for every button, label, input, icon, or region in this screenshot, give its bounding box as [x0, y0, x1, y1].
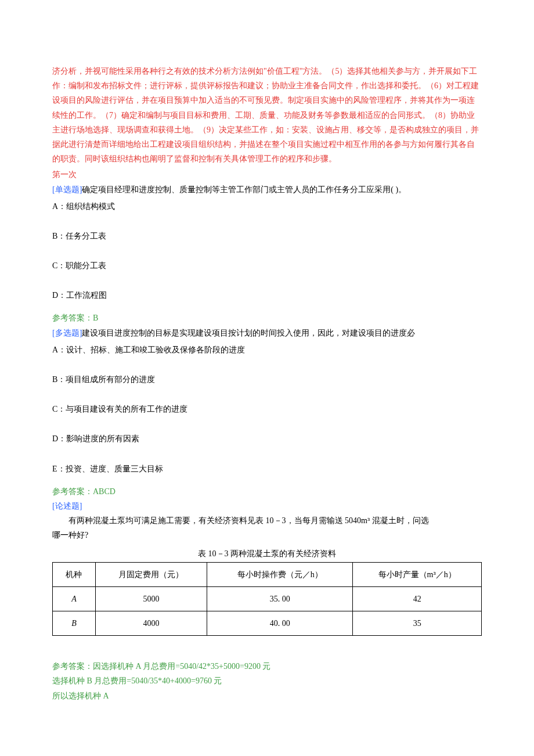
answer-line-1: 参考答案：因选择机种 A 月总费用=5040/42*35+5000=9200 元 [52, 659, 482, 674]
option-e: E：投资、进度、质量三大目标 [52, 462, 482, 476]
cell-machine: B [53, 611, 96, 636]
table-caption: 表 10－3 两种混凝土泵的有关经济资料 [52, 546, 482, 561]
cell-fixed-cost: 4000 [95, 611, 207, 636]
col-output: 每小时产量（m³／h） [353, 562, 482, 586]
table-row: A 5000 35. 00 42 [53, 586, 482, 611]
cell-op-cost: 35. 00 [207, 586, 353, 611]
answer-line-2: 选择机种 B 月总费用=5040/35*40+4000=9760 元 [52, 674, 482, 688]
cell-machine: A [53, 586, 96, 611]
section-title: 第一次 [52, 167, 482, 182]
answer-label: 参考答案： [52, 487, 93, 496]
question-tag: [论述题] [52, 499, 482, 513]
col-machine: 机种 [53, 562, 96, 586]
option-c: C：与项目建设有关的所有工作的进度 [52, 402, 482, 416]
question-stem-line2: 哪一种好? [52, 528, 482, 542]
cell-output: 35 [353, 611, 482, 636]
question-tag: [多选题] [52, 329, 82, 337]
answer-line: 参考答案：ABCD [52, 484, 482, 499]
option-a: A：组织结构模式 [52, 199, 482, 214]
answer-line: 参考答案：B [52, 311, 482, 325]
question-tag: [单选题] [52, 185, 82, 194]
answer-value: B [93, 314, 98, 322]
cell-output: 42 [353, 586, 482, 611]
question-3: [论述题] 有两种混凝土泵均可满足施工需要，有关经济资料见表 10－3，当每月需… [52, 499, 482, 703]
option-b: B：任务分工表 [52, 229, 482, 243]
document-page: 济分析，并视可能性采用各种行之有效的技术分析方法例如"价值工程"方法。（5）选择… [0, 0, 534, 750]
answer-line-3: 所以选择机种 A [52, 689, 482, 703]
table-header-row: 机种 月固定费用（元） 每小时操作费（元／h） 每小时产量（m³／h） [53, 562, 482, 586]
question-stem: 建设项目进度控制的目标是实现建设项目按计划的时间投入使用，因此，对建设项目的进度… [82, 329, 415, 337]
option-d: D：影响进度的所有因素 [52, 431, 482, 446]
cell-fixed-cost: 5000 [95, 586, 207, 611]
table-row: B 4000 40. 00 35 [53, 611, 482, 636]
question-stem-line1: 有两种混凝土泵均可满足施工需要，有关经济资料见表 10－3，当每月需输送 504… [52, 513, 482, 528]
answer-value: ABCD [93, 487, 116, 496]
col-fixed-cost: 月固定费用（元） [95, 562, 207, 586]
answer-label: 参考答案： [52, 314, 93, 322]
discussion-answer: 参考答案：因选择机种 A 月总费用=5040/42*35+5000=9200 元… [52, 659, 482, 703]
chart-table: 表 10－3 两种混凝土泵的有关经济资料 机种 月固定费用（元） 每小时操作费（… [52, 546, 482, 636]
col-op-cost: 每小时操作费（元／h） [207, 562, 353, 586]
question-2: [多选题]建设项目进度控制的目标是实现建设项目按计划的时间投入使用，因此，对建设… [52, 326, 482, 499]
option-c: C：职能分工表 [52, 258, 482, 273]
intro-paragraph: 济分析，并视可能性采用各种行之有效的技术分析方法例如"价值工程"方法。（5）选择… [52, 64, 482, 166]
question-1: [单选题]确定项目经理和进度控制、质量控制等主管工作部门或主管人员的工作任务分工… [52, 182, 482, 326]
option-a: A：设计、招标、施工和竣工验收及保修各阶段的进度 [52, 343, 482, 357]
option-b: B：项目组成所有部分的进度 [52, 372, 482, 387]
option-d: D：工作流程图 [52, 288, 482, 303]
cell-op-cost: 40. 00 [207, 611, 353, 636]
question-stem: 确定项目经理和进度控制、质量控制等主管工作部门或主管人员的工作任务分工应采用( … [82, 185, 406, 194]
data-table: 机种 月固定费用（元） 每小时操作费（元／h） 每小时产量（m³／h） A 50… [52, 562, 482, 636]
